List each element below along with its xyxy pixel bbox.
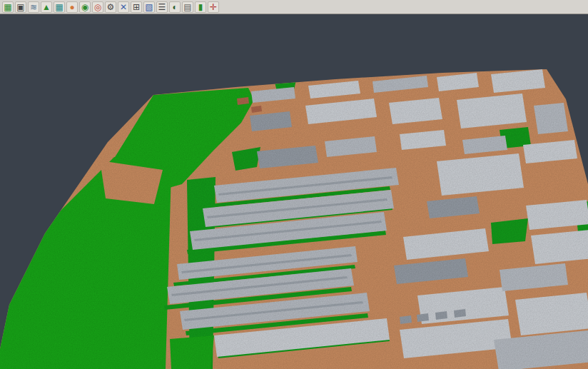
target-icon[interactable]: ◎ bbox=[92, 1, 103, 13]
import-pointcloud-icon[interactable]: ≋ bbox=[28, 1, 39, 13]
zoom-extents-icon[interactable]: ⊞ bbox=[131, 1, 142, 13]
settings-icon[interactable]: ⚙ bbox=[105, 1, 116, 13]
layers-icon[interactable]: ☰ bbox=[156, 1, 168, 13]
globe-icon[interactable]: ◐ bbox=[169, 1, 181, 13]
clear-selection-icon[interactable]: ✕ bbox=[118, 1, 129, 13]
mesh-icon[interactable]: ▧ bbox=[143, 1, 155, 13]
report-icon[interactable]: ▮ bbox=[195, 1, 206, 13]
orthophoto-icon[interactable]: ● bbox=[66, 1, 78, 13]
grid-icon[interactable]: ▦ bbox=[54, 1, 65, 13]
toolbar-icons: ▦▣≋▲▦●◉◎⚙✕⊞▧☰◐▤▮✛ bbox=[2, 1, 219, 13]
print-icon[interactable]: ▤ bbox=[182, 1, 193, 13]
open-icon[interactable]: ▦ bbox=[2, 1, 14, 13]
main-toolbar: ▦▣≋▲▦●◉◎⚙✕⊞▧☰◐▤▮✛ bbox=[0, 0, 588, 14]
save-icon[interactable]: ▣ bbox=[15, 1, 26, 13]
classification-icon[interactable]: ◉ bbox=[79, 1, 91, 13]
viewport-3d[interactable] bbox=[0, 14, 588, 369]
application-window: { "toolbar": { "background": "#d6d3ce", … bbox=[0, 0, 588, 369]
measure-icon[interactable]: ✛ bbox=[208, 1, 219, 13]
terrain-model-icon[interactable]: ▲ bbox=[41, 1, 52, 13]
